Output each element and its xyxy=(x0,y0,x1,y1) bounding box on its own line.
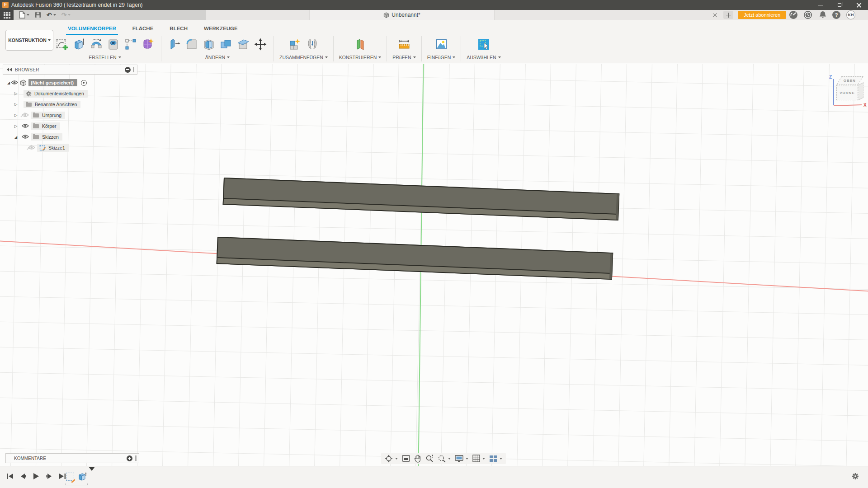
job-status-button[interactable] xyxy=(789,10,798,19)
browser-item-label[interactable]: Ursprung xyxy=(31,112,65,119)
app-launcher-button[interactable] xyxy=(0,10,14,20)
activate-component-radio[interactable] xyxy=(81,80,87,86)
timeline-sketch-feature[interactable] xyxy=(66,473,74,481)
group-label-zusammenfuegen[interactable]: ZUSAMMENFÜGEN xyxy=(279,55,328,60)
create-form-button[interactable] xyxy=(140,36,156,52)
revolve-button[interactable] xyxy=(89,36,104,52)
visibility-eye-icon[interactable] xyxy=(11,80,18,86)
insert-canvas-button[interactable] xyxy=(434,36,449,52)
create-sketch-button[interactable] xyxy=(54,36,70,52)
split-body-button[interactable] xyxy=(236,36,251,52)
browser-item-label[interactable]: Körper xyxy=(31,122,60,130)
select-button[interactable] xyxy=(476,36,491,52)
step-back-button[interactable] xyxy=(19,472,28,481)
new-tab-button[interactable] xyxy=(723,11,733,19)
fillet-button[interactable] xyxy=(184,36,199,52)
expand-icon[interactable] xyxy=(14,135,18,139)
go-to-start-button[interactable] xyxy=(5,472,14,481)
step-forward-button[interactable] xyxy=(45,472,54,481)
expand-icon[interactable] xyxy=(14,91,18,96)
tab-blech[interactable]: BLECH xyxy=(170,26,188,34)
hole-button[interactable] xyxy=(106,36,121,52)
browser-item-benannte-ansichten[interactable]: Benannte Ansichten xyxy=(14,100,80,109)
joint-button[interactable] xyxy=(304,36,320,52)
browser-item-skizzen[interactable]: Skizzen xyxy=(14,132,62,141)
history-button[interactable] xyxy=(803,10,812,19)
fit-button[interactable] xyxy=(438,455,451,463)
tab-werkzeuge[interactable]: WERKZEUGE xyxy=(204,26,238,34)
measure-button[interactable] xyxy=(396,36,412,52)
undo-button[interactable]: ↶ xyxy=(47,12,56,18)
browser-item-label[interactable]: Dokumenteinstellungen xyxy=(24,90,88,98)
browser-item-skizze1[interactable]: Skizze1 xyxy=(28,143,69,152)
orbit-button[interactable] xyxy=(385,455,398,463)
expand-icon[interactable] xyxy=(6,81,11,85)
save-button[interactable] xyxy=(35,12,41,18)
visibility-eye-icon[interactable] xyxy=(22,123,29,129)
view-cube[interactable]: Z OBEN VORNE X xyxy=(829,73,868,112)
group-label-erstellen[interactable]: ERSTELLEN xyxy=(89,55,121,60)
zoom-button[interactable] xyxy=(425,455,434,463)
group-label-aendern[interactable]: ÄNDERN xyxy=(205,55,230,60)
viewports-button[interactable] xyxy=(489,455,502,462)
browser-item-label[interactable]: Skizze1 xyxy=(37,144,69,152)
grid-settings-button[interactable] xyxy=(472,455,485,462)
minimize-button[interactable] xyxy=(811,0,830,10)
document-tab[interactable]: Unbenannt* xyxy=(309,10,495,20)
expand-icon[interactable] xyxy=(14,102,18,107)
browser-item-label[interactable]: Benannte Ansichten xyxy=(24,101,80,108)
combine-button[interactable] xyxy=(218,36,234,52)
collapse-all-button[interactable] xyxy=(125,67,131,73)
avatar[interactable]: KH xyxy=(846,10,855,19)
subscribe-button[interactable]: Jetzt abonnieren xyxy=(738,11,786,19)
group-label-konstruieren[interactable]: KONSTRUIEREN xyxy=(339,55,381,60)
visibility-eye-icon[interactable] xyxy=(22,134,29,140)
group-label-auswaehlen[interactable]: AUSWäHLEN xyxy=(467,55,500,60)
display-settings-button[interactable] xyxy=(455,455,468,462)
panel-grip[interactable] xyxy=(135,455,137,461)
tab-flaeche[interactable]: FLÄCHE xyxy=(132,26,154,34)
browser-header[interactable]: BROWSER xyxy=(3,65,137,75)
visibility-eye-off-icon[interactable] xyxy=(28,145,35,151)
viewcube-top-face[interactable]: OBEN xyxy=(836,76,863,84)
play-button[interactable] xyxy=(32,472,41,481)
pan-button[interactable] xyxy=(414,455,421,463)
browser-item-dokumenteinstellungen[interactable]: Dokumenteinstellungen xyxy=(14,89,88,98)
viewcube-side-face[interactable] xyxy=(859,82,863,100)
expand-icon[interactable] xyxy=(14,113,18,117)
extrude-button[interactable] xyxy=(71,36,87,52)
timeline-settings-button[interactable] xyxy=(852,473,859,482)
workspace-selector[interactable]: KONSTRUKTION xyxy=(5,30,53,51)
expand-icon[interactable] xyxy=(14,124,18,128)
redo-button[interactable]: ↷ xyxy=(61,12,71,18)
comments-panel[interactable]: KOMMENTARE xyxy=(5,453,139,463)
viewcube-front-face[interactable]: VORNE xyxy=(836,85,858,100)
help-button[interactable]: ? xyxy=(832,10,841,19)
tab-volumenkoerper[interactable]: VOLUMENKÖRPER xyxy=(68,26,116,34)
browser-item-koerper[interactable]: Körper xyxy=(14,122,60,131)
browser-item-ursprung[interactable]: Ursprung xyxy=(14,111,65,120)
rectangular-pattern-button[interactable] xyxy=(123,36,138,52)
move-copy-button[interactable] xyxy=(253,36,268,52)
expand-comments-button[interactable] xyxy=(127,455,132,461)
browser-item-label[interactable]: Skizzen xyxy=(31,133,62,141)
go-to-end-button[interactable] xyxy=(58,472,67,481)
group-label-pruefen[interactable]: PRüFEN xyxy=(392,55,415,60)
close-tab-button[interactable] xyxy=(711,11,719,19)
file-menu-button[interactable] xyxy=(19,11,29,19)
timeline-position-marker[interactable] xyxy=(89,471,95,483)
browser-item-label[interactable]: (Nicht gespeichert) xyxy=(28,79,77,86)
visibility-eye-off-icon[interactable] xyxy=(22,113,29,118)
shell-button[interactable] xyxy=(201,36,217,52)
notifications-button[interactable] xyxy=(818,10,827,19)
press-pull-button[interactable] xyxy=(167,36,182,52)
look-at-button[interactable] xyxy=(402,455,410,462)
restore-button[interactable] xyxy=(830,0,849,10)
close-button[interactable] xyxy=(849,0,868,10)
new-component-button[interactable] xyxy=(287,36,302,52)
timeline-extrude-feature[interactable] xyxy=(78,472,87,482)
model-viewport[interactable]: Z OBEN VORNE X BROWSER (Nicht gespeicher… xyxy=(0,64,868,466)
collapse-panel-icon[interactable] xyxy=(7,68,12,71)
construction-plane-button[interactable] xyxy=(353,36,368,52)
browser-item-document[interactable]: (Nicht gespeichert) xyxy=(6,78,87,87)
